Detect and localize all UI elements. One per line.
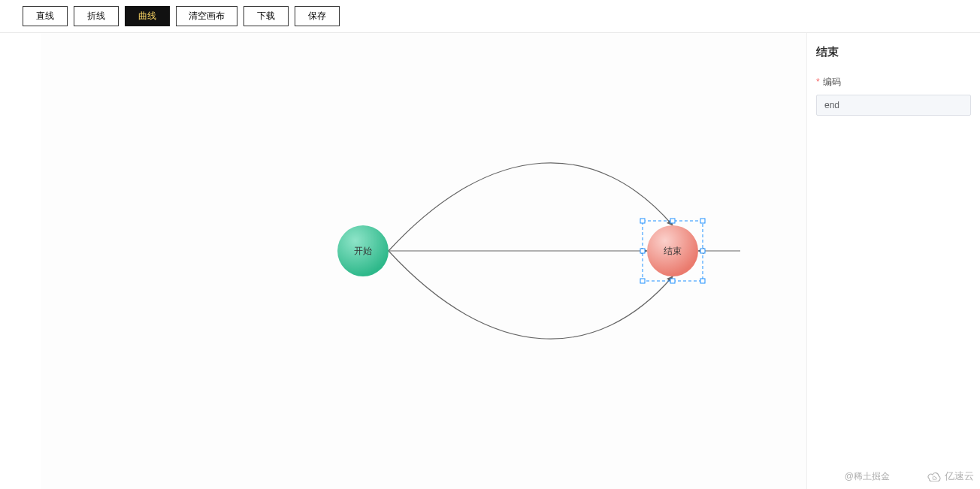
node-start-label: 开始	[354, 246, 372, 256]
code-field-label: *编码	[816, 76, 971, 89]
line-polyline-button[interactable]: 折线	[74, 6, 119, 26]
save-button[interactable]: 保存	[295, 6, 340, 26]
edge-curve-bottom[interactable]	[389, 251, 673, 339]
line-straight-button[interactable]: 直线	[23, 6, 68, 26]
line-curve-button[interactable]: 曲线	[125, 6, 170, 26]
watermark-yisu: 亿速云	[927, 469, 974, 483]
resize-handle-w[interactable]	[640, 249, 645, 253]
watermark-juejin: @稀土掘金	[845, 470, 890, 483]
resize-handle-nw[interactable]	[640, 219, 645, 223]
edge-curve-top[interactable]	[389, 163, 673, 251]
node-end-label: 结束	[664, 246, 682, 256]
download-button[interactable]: 下载	[243, 6, 289, 26]
canvas[interactable]: 开始 结束	[41, 33, 807, 489]
node-end[interactable]: 结束	[640, 219, 705, 283]
resize-handle-sw[interactable]	[640, 279, 645, 283]
code-field[interactable]	[816, 95, 971, 116]
node-start[interactable]: 开始	[337, 225, 389, 276]
clear-canvas-button[interactable]: 清空画布	[176, 6, 237, 26]
resize-handle-e[interactable]	[700, 249, 705, 253]
resize-handle-ne[interactable]	[700, 219, 705, 223]
flow-svg: 开始 结束	[41, 33, 806, 489]
main-area: 开始 结束 结束 *编码	[0, 33, 980, 489]
resize-handle-se[interactable]	[700, 279, 705, 283]
properties-panel: 结束 *编码	[807, 33, 980, 489]
resize-handle-n[interactable]	[670, 219, 675, 223]
cloud-icon	[927, 471, 942, 481]
panel-title: 结束	[816, 45, 971, 59]
toolbar: 直线 折线 曲线 清空画布 下载 保存	[0, 0, 980, 33]
watermark-yisu-text: 亿速云	[945, 469, 974, 483]
resize-handle-s[interactable]	[670, 279, 675, 283]
code-label-text: 编码	[823, 77, 841, 87]
